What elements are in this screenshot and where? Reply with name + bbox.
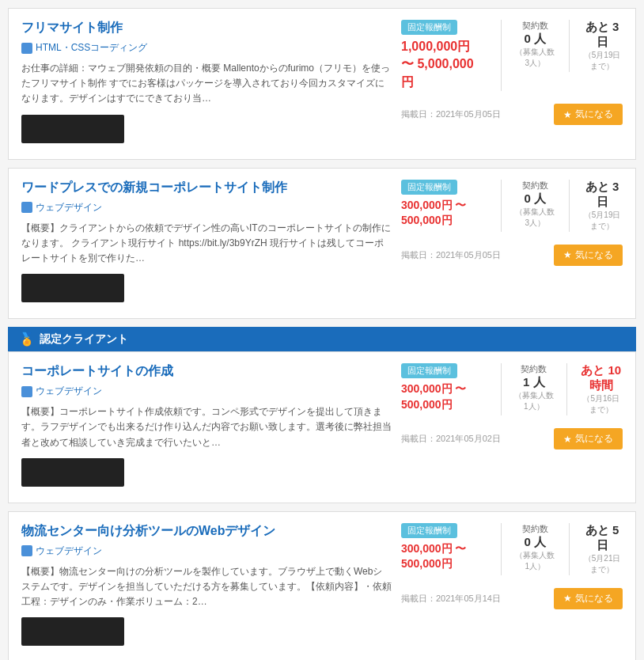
fixed-badge-3: 固定報酬制 — [401, 363, 457, 378]
stat-deadline-sub-1: （5月19日まで） — [581, 50, 623, 72]
fav-label-1: 気になる — [575, 108, 613, 121]
stat-label-contracts-4: 契約数 — [514, 523, 556, 535]
stats-section-3: 契約数 1 人 （募集人数 1人） あと 10 時間 （5月16日まで） — [514, 363, 623, 415]
price-block-3: 固定報酬制 300,000円 〜 500,000円 契約数 1 人 （募集人数 … — [401, 363, 623, 415]
stats-section-4: 契約数 0 人 （募集人数 1人） あと 5 日 （5月21日まで） — [514, 523, 623, 575]
job-card-right-2: 固定報酬制 300,000円 〜 500,000円 契約数 0 人 （募集人数 … — [401, 180, 623, 311]
job-description-3: 【概要】コーポレートサイト作成依頼です。コンペ形式でデザインを提出して頂きます。… — [21, 404, 392, 450]
job-card-1: フリマサイト制作 HTML・CSSコーディング お仕事の詳細：マウェブ開発依頼の… — [8, 8, 636, 160]
fav-button-1[interactable]: ★ 気になる — [554, 104, 623, 125]
fav-icon-4: ★ — [563, 593, 572, 604]
fav-icon-1: ★ — [563, 109, 572, 120]
stat-block-deadline-3: あと 10 時間 （5月16日まで） — [580, 363, 623, 415]
job-card-2: ワードプレスでの新規コーポレートサイト制作 ウェブデザイン 【概要】クライアント… — [8, 168, 636, 320]
job-title-2[interactable]: ワードプレスでの新規コーポレートサイト制作 — [21, 180, 392, 196]
category-label-2: ウェブデザイン — [36, 201, 102, 214]
stat-block-contracts-4: 契約数 0 人 （募集人数 1人） — [514, 523, 556, 572]
price-value-3: 300,000円 〜 500,000円 — [401, 381, 488, 412]
card-footer-4: 掲載日：2021年05月14日 ★ 気になる — [401, 585, 623, 609]
price-line3-1: 円 — [401, 75, 414, 89]
divider-stats-2 — [569, 180, 570, 232]
stat-deadline-sub-3: （5月16日まで） — [580, 393, 623, 415]
job-card-right-3: 固定報酬制 300,000円 〜 500,000円 契約数 1 人 （募集人数 … — [401, 363, 623, 495]
fav-label-2: 気になる — [575, 248, 613, 262]
price-line2-1: 〜 5,000,000 — [401, 57, 474, 70]
price-block-2: 固定報酬制 300,000円 〜 500,000円 契約数 0 人 （募集人数 … — [401, 180, 623, 232]
divider-stats-3 — [566, 363, 567, 415]
fav-icon-3: ★ — [563, 434, 572, 445]
stat-sub-contracts-3: （募集人数 1人） — [514, 390, 554, 412]
price-section-1: 固定報酬制 1,000,000円 〜 5,000,000 円 — [401, 20, 488, 91]
price-line1-2: 300,000円 〜 — [401, 199, 467, 211]
price-section-3: 固定報酬制 300,000円 〜 500,000円 — [401, 363, 488, 412]
price-value-2: 300,000円 〜 500,000円 — [401, 198, 488, 229]
fav-button-2[interactable]: ★ 気になる — [554, 245, 623, 266]
job-category-2: ウェブデザイン — [21, 201, 392, 214]
price-line1-3: 300,000円 〜 — [401, 382, 467, 395]
job-card-left-1: フリマサイト制作 HTML・CSSコーディング お仕事の詳細：マウェブ開発依頼の… — [21, 20, 392, 151]
divider-1 — [501, 20, 502, 91]
fav-label-4: 気になる — [575, 592, 613, 605]
job-title-4[interactable]: 物流センター向け分析ツールのWebデザイン — [21, 523, 392, 540]
stats-section-1: 契約数 0 人 （募集人数 3人） あと 3 日 （5月19日まで） — [514, 20, 623, 72]
job-thumbnail-2 — [21, 274, 124, 302]
card-footer-3: 掲載日：2021年05月02日 ★ 気になる — [401, 425, 623, 449]
price-line1-4: 300,000円 〜 — [401, 542, 467, 555]
job-card-3: コーポレートサイトの作成 ウェブデザイン 【概要】コーポレートサイト作成依頼です… — [8, 351, 636, 503]
price-block-1: 固定報酬制 1,000,000円 〜 5,000,000 円 契約数 0 人 （… — [401, 20, 623, 91]
category-label-4: ウェブデザイン — [36, 544, 102, 558]
stat-block-contracts-2: 契約数 0 人 （募集人数 3人） — [514, 180, 556, 229]
job-category-3: ウェブデザイン — [21, 385, 392, 398]
job-description-4: 【概要】物流センター向けの分析ツールを製作しています。ブラウザ上で動くWebシス… — [21, 564, 392, 610]
posted-date-4: 掲載日：2021年05月14日 — [401, 593, 501, 605]
fav-label-3: 気になる — [575, 432, 613, 446]
certified-banner: 🏅 認定クライアント — [8, 327, 636, 351]
stat-block-contracts-3: 契約数 1 人 （募集人数 1人） — [514, 363, 554, 412]
stat-sub-contracts-1: （募集人数 3人） — [514, 47, 556, 69]
stat-deadline-3: あと 10 時間 — [580, 363, 623, 393]
stat-sub-contracts-4: （募集人数 1人） — [514, 550, 556, 572]
stat-label-contracts-2: 契約数 — [514, 180, 556, 192]
job-thumbnail-4 — [21, 617, 124, 646]
price-line2-2: 500,000円 — [401, 214, 453, 226]
job-card-left-4: 物流センター向け分析ツールのWebデザイン ウェブデザイン 【概要】物流センター… — [21, 523, 392, 654]
price-line2-3: 500,000円 — [401, 398, 453, 411]
job-thumbnail-1 — [21, 115, 124, 143]
category-icon-1 — [21, 43, 32, 54]
stat-value-contracts-3: 1 人 — [514, 375, 554, 390]
job-card-4: 物流センター向け分析ツールのWebデザイン ウェブデザイン 【概要】物流センター… — [8, 511, 636, 660]
card-footer-2: 掲載日：2021年05月05日 ★ 気になる — [401, 241, 623, 266]
stats-section-2: 契約数 0 人 （募集人数 3人） あと 3 日 （5月19日まで） — [514, 180, 623, 232]
job-description-1: お仕事の詳細：マウェブ開発依頼の目的・概要 Mallentoからのfurimo（… — [21, 61, 392, 107]
stat-deadline-sub-2: （5月19日まで） — [581, 210, 623, 232]
job-title-3[interactable]: コーポレートサイトの作成 — [21, 363, 392, 380]
category-label-3: ウェブデザイン — [36, 385, 102, 398]
job-card-right-1: 固定報酬制 1,000,000円 〜 5,000,000 円 契約数 0 人 （… — [401, 20, 623, 151]
posted-date-2: 掲載日：2021年05月05日 — [401, 249, 501, 261]
trophy-icon: 🏅 — [19, 332, 35, 347]
fav-icon-2: ★ — [563, 249, 572, 260]
job-card-left-3: コーポレートサイトの作成 ウェブデザイン 【概要】コーポレートサイト作成依頼です… — [21, 363, 392, 495]
category-icon-3 — [21, 386, 32, 397]
stat-label-contracts-1: 契約数 — [514, 20, 556, 32]
stat-value-contracts-1: 0 人 — [514, 32, 556, 47]
stat-block-contracts-1: 契約数 0 人 （募集人数 3人） — [514, 20, 556, 69]
divider-3 — [501, 363, 502, 415]
job-title-1[interactable]: フリマサイト制作 — [21, 20, 392, 36]
posted-date-3: 掲載日：2021年05月02日 — [401, 433, 501, 445]
divider-stats-4 — [569, 523, 570, 575]
fav-button-4[interactable]: ★ 気になる — [554, 588, 623, 609]
stat-sub-contracts-2: （募集人数 3人） — [514, 207, 556, 229]
stat-block-deadline-1: あと 3 日 （5月19日まで） — [581, 20, 623, 72]
divider-4 — [501, 523, 502, 575]
fav-button-3[interactable]: ★ 気になる — [554, 428, 623, 449]
stat-block-deadline-4: あと 5 日 （5月21日まで） — [581, 523, 623, 575]
price-block-4: 固定報酬制 300,000円 〜 500,000円 契約数 0 人 （募集人数 … — [401, 523, 623, 575]
job-description-2: 【概要】クライアントからの依頼でデザイン性の高いITのコーポレートサイトの制作に… — [21, 221, 392, 267]
price-line1-1: 1,000,000円 — [401, 40, 470, 53]
stat-deadline-2: あと 3 日 — [581, 180, 623, 210]
stat-deadline-4: あと 5 日 — [581, 523, 623, 553]
stat-value-contracts-4: 0 人 — [514, 535, 556, 550]
price-value-4: 300,000円 〜 500,000円 — [401, 541, 488, 572]
stat-label-contracts-3: 契約数 — [514, 363, 554, 375]
